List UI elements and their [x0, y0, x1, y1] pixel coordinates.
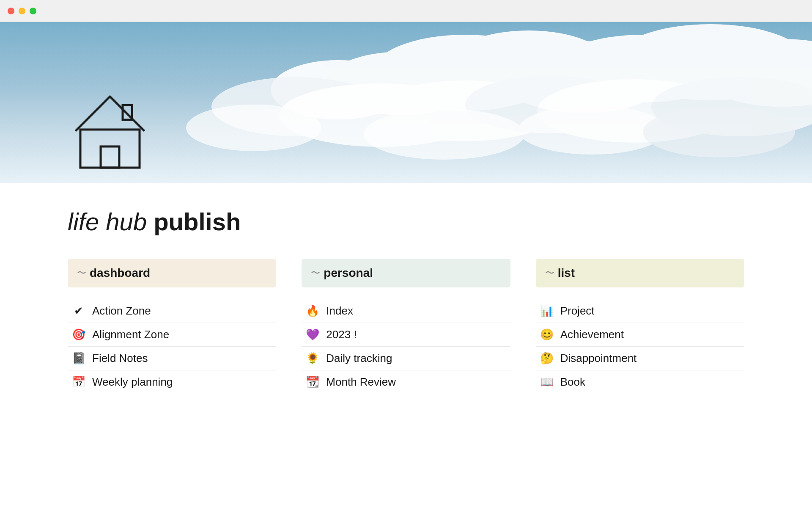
thinking-icon: 🤔: [539, 352, 554, 365]
field-notes-label: Field Notes: [92, 352, 148, 365]
disappointment-label: Disappointment: [560, 352, 637, 365]
project-label: Project: [560, 304, 595, 318]
column-header-personal: 〜 personal: [302, 259, 510, 287]
dashboard-header-label: dashboard: [90, 266, 150, 280]
alignment-zone-label: Alignment Zone: [92, 328, 169, 341]
2023-label: 2023 !: [326, 328, 357, 341]
sunflower-icon: 🌻: [305, 352, 320, 365]
smile-icon: 😊: [539, 328, 554, 341]
fire-icon: 🔥: [305, 304, 320, 318]
heart-icon: 💜: [305, 328, 320, 341]
nav-item-disappointment[interactable]: 🤔 Disappointment: [536, 347, 744, 370]
target-icon: 🎯: [71, 328, 86, 341]
nav-item-daily-tracking[interactable]: 🌻 Daily tracking: [302, 347, 510, 370]
columns-wrapper: 〜 dashboard ✔ Action Zone 🎯 Alignment Zo…: [68, 259, 744, 394]
list-header-label: list: [558, 266, 575, 280]
column-list: 〜 list 📊 Project 😊 Achievement 🤔 Disappo…: [536, 259, 744, 394]
action-zone-label: Action Zone: [92, 304, 151, 318]
svg-rect-20: [80, 130, 140, 168]
svg-rect-21: [101, 146, 119, 168]
svg-point-16: [364, 109, 524, 160]
nav-item-project[interactable]: 📊 Project: [536, 299, 744, 323]
notebook-icon: 📓: [71, 352, 86, 365]
minimize-button[interactable]: [19, 8, 25, 14]
column-dashboard: 〜 dashboard ✔ Action Zone 🎯 Alignment Zo…: [68, 259, 276, 394]
chart-icon: 📊: [539, 304, 554, 318]
column-header-list: 〜 list: [536, 259, 744, 287]
close-button[interactable]: [8, 8, 14, 14]
nav-item-achievement[interactable]: 😊 Achievement: [536, 323, 744, 347]
column-header-dashboard: 〜 dashboard: [68, 259, 276, 287]
wave-icon-personal: 〜: [311, 267, 320, 279]
book-icon: 📖: [539, 375, 554, 389]
nav-item-index[interactable]: 🔥 Index: [302, 299, 510, 323]
daily-tracking-label: Daily tracking: [326, 352, 392, 365]
house-icon: [68, 88, 152, 174]
nav-item-month-review[interactable]: 📆 Month Review: [302, 370, 510, 394]
nav-item-weekly-planning[interactable]: 📅 Weekly planning: [68, 370, 276, 394]
calendar-grid-icon: 📆: [305, 375, 320, 389]
weekly-planning-label: Weekly planning: [92, 375, 173, 389]
nav-item-2023[interactable]: 💜 2023 !: [302, 323, 510, 347]
svg-point-15: [186, 105, 321, 151]
calendar-icon: 📅: [71, 375, 86, 389]
achievement-label: Achievement: [560, 328, 624, 341]
book-label: Book: [560, 375, 585, 389]
index-label: Index: [326, 304, 353, 318]
window-bar: [0, 0, 812, 22]
svg-point-18: [643, 107, 795, 157]
nav-item-action-zone[interactable]: ✔ Action Zone: [68, 299, 276, 323]
hero-banner: [0, 22, 812, 183]
nav-item-alignment-zone[interactable]: 🎯 Alignment Zone: [68, 323, 276, 347]
maximize-button[interactable]: [30, 8, 36, 14]
wave-icon-dashboard: 〜: [77, 267, 86, 279]
wave-icon-list: 〜: [545, 267, 554, 279]
nav-item-book[interactable]: 📖 Book: [536, 370, 744, 394]
personal-header-label: personal: [324, 266, 373, 280]
month-review-label: Month Review: [326, 375, 396, 389]
swoosh-icon: ✔: [71, 304, 86, 318]
column-personal: 〜 personal 🔥 Index 💜 2023 ! 🌻 Daily trac…: [302, 259, 510, 394]
nav-item-field-notes[interactable]: 📓 Field Notes: [68, 347, 276, 370]
page-title: life hub publish: [68, 208, 744, 235]
content-area: life hub publish 〜 dashboard ✔ Action Zo…: [0, 183, 812, 428]
